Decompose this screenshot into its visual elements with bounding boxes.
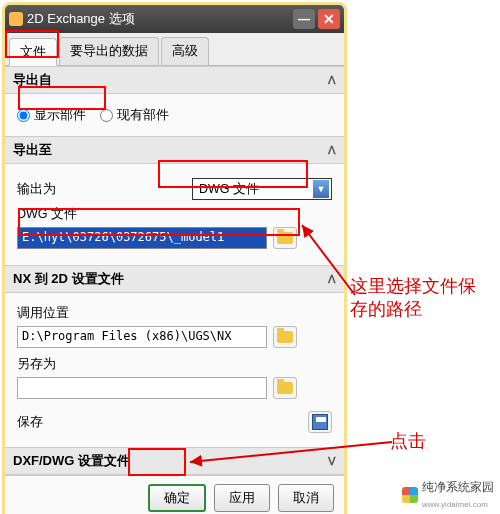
tab-bar: 文件 要导出的数据 高级: [5, 33, 344, 66]
dialog-window: 2D Exchange 选项 — ✕ 文件 要导出的数据 高级 导出自 ᐱ 显示…: [2, 2, 347, 514]
radio-existing-parts-label: 现有部件: [117, 106, 169, 124]
floppy-icon: [312, 414, 328, 430]
watermark: 纯净系统家园 www.yidaimei.com: [402, 479, 494, 510]
section-export-from-body: 显示部件 现有部件: [5, 94, 344, 136]
section-export-to-body: 输出为 DWG 文件 ▼ DWG 文件 E:\hyt\03726\0372675…: [5, 164, 344, 265]
section-export-from-header[interactable]: 导出自 ᐱ: [5, 66, 344, 94]
minimize-button[interactable]: —: [293, 9, 315, 29]
output-as-value: DWG 文件: [199, 181, 259, 198]
annotation-click-note: 点击: [390, 430, 450, 453]
radio-show-parts-input[interactable]: [17, 109, 30, 122]
dwg-path-input[interactable]: E:\hyt\03726\0372675\_model1: [17, 227, 267, 249]
radio-show-parts-label: 显示部件: [34, 106, 86, 124]
apply-button[interactable]: 应用: [214, 484, 270, 512]
radio-existing-parts-input[interactable]: [100, 109, 113, 122]
annotation-path-note: 这里选择文件保存的路径: [350, 275, 490, 322]
tab-file[interactable]: 文件: [9, 38, 57, 66]
radio-show-parts[interactable]: 显示部件: [17, 106, 86, 124]
app-icon: [9, 12, 23, 26]
chevron-up-icon: ᐱ: [328, 273, 336, 286]
titlebar: 2D Exchange 选项 — ✕: [5, 5, 344, 33]
save-button-icon[interactable]: [308, 411, 332, 433]
dwg-file-label: DWG 文件: [17, 206, 332, 223]
output-as-select[interactable]: DWG 文件 ▼: [192, 178, 332, 200]
output-as-label: 输出为: [17, 181, 56, 198]
dialog-body: 导出自 ᐱ 显示部件 现有部件 导出至 ᐱ 输出为: [5, 66, 344, 475]
section-nx-settings-header[interactable]: NX 到 2D 设置文件 ᐱ: [5, 265, 344, 293]
folder-icon: [277, 382, 293, 394]
save-label: 保存: [17, 413, 43, 431]
tab-export-data[interactable]: 要导出的数据: [59, 37, 159, 65]
section-nx-settings-body: 调用位置 D:\Program Files (x86)\UGS\NX 另存为 保…: [5, 293, 344, 447]
invoke-location-label: 调用位置: [17, 305, 332, 322]
radio-existing-parts[interactable]: 现有部件: [100, 106, 169, 124]
cancel-button[interactable]: 取消: [278, 484, 334, 512]
watermark-logo-icon: [402, 487, 418, 503]
tab-advanced[interactable]: 高级: [161, 37, 209, 65]
dropdown-arrow-icon: ▼: [313, 180, 329, 198]
invoke-location-input[interactable]: D:\Program Files (x86)\UGS\NX: [17, 326, 267, 348]
folder-icon: [277, 232, 293, 244]
nx-settings-title: NX 到 2D 设置文件: [13, 270, 124, 288]
watermark-url: www.yidaimei.com: [422, 500, 488, 509]
export-to-title: 导出至: [13, 141, 52, 159]
browse-dwg-button[interactable]: [273, 227, 297, 249]
dxf-settings-title: DXF/DWG 设置文件: [13, 452, 130, 470]
close-button[interactable]: ✕: [318, 9, 340, 29]
save-as-input[interactable]: [17, 377, 267, 399]
chevron-down-icon: ᐯ: [328, 455, 336, 468]
section-dxf-settings-header[interactable]: DXF/DWG 设置文件 ᐯ: [5, 447, 344, 475]
chevron-up-icon: ᐱ: [328, 144, 336, 157]
watermark-brand: 纯净系统家园: [422, 480, 494, 494]
export-from-title: 导出自: [13, 71, 52, 89]
ok-button[interactable]: 确定: [148, 484, 206, 512]
chevron-up-icon: ᐱ: [328, 74, 336, 87]
folder-icon: [277, 331, 293, 343]
dialog-footer: 确定 应用 取消: [5, 475, 344, 514]
browse-invoke-button[interactable]: [273, 326, 297, 348]
section-export-to-header[interactable]: 导出至 ᐱ: [5, 136, 344, 164]
save-as-label: 另存为: [17, 356, 332, 373]
browse-save-as-button[interactable]: [273, 377, 297, 399]
window-title: 2D Exchange 选项: [27, 10, 135, 28]
